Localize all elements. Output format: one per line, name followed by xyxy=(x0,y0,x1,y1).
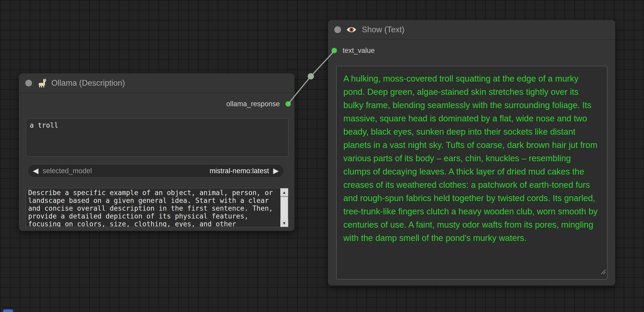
resize-grip-icon[interactable] xyxy=(600,265,606,278)
collapse-toggle-dot[interactable] xyxy=(25,80,32,86)
system-prompt-textarea[interactable]: Describe a specific example of an object… xyxy=(26,188,288,227)
node-show-text[interactable]: Show (Text) text_value A hulking, moss-c… xyxy=(328,20,615,286)
node-title-bar[interactable]: Show (Text) xyxy=(328,20,615,40)
show-text-content: A hulking, moss-covered troll squatting … xyxy=(343,74,598,243)
input-slot-row: text_value xyxy=(328,45,615,56)
output-slot-row: ollama_response xyxy=(19,98,294,109)
selected-model-combo[interactable]: ◀ selected_model mistral-nemo:latest ▶ xyxy=(27,164,284,178)
output-slot-label: ollama_response xyxy=(226,100,280,108)
scroll-down-icon[interactable]: ▼ xyxy=(280,219,288,227)
show-text-output[interactable]: A hulking, moss-covered troll squatting … xyxy=(336,66,607,279)
node-ollama-description[interactable]: Ollama (Description) ollama_response a t… xyxy=(19,73,295,231)
node-title-bar[interactable]: Ollama (Description) xyxy=(19,73,294,93)
eye-icon xyxy=(346,26,357,34)
output-slot-dot[interactable] xyxy=(285,101,291,107)
combo-label: selected_model xyxy=(43,167,92,175)
collapse-toggle-dot[interactable] xyxy=(334,26,341,33)
combo-next-arrow-icon[interactable]: ▶ xyxy=(273,167,279,174)
combo-value: mistral-nemo:latest xyxy=(209,167,269,175)
node-title: Show (Text) xyxy=(362,25,405,34)
system-prompt-text[interactable]: Describe a specific example of an object… xyxy=(28,189,280,227)
input-slot-dot[interactable] xyxy=(331,48,337,53)
link-midpoint-dot xyxy=(308,73,314,79)
vertical-scrollbar[interactable]: ▲ ▼ xyxy=(280,188,288,227)
llama-icon xyxy=(37,78,47,88)
prompt-text-input[interactable]: a troll xyxy=(26,118,288,157)
combo-prev-arrow-icon[interactable]: ◀ xyxy=(33,167,39,174)
node-title: Ollama (Description) xyxy=(51,78,125,88)
input-slot-label: text_value xyxy=(343,47,375,55)
scroll-up-icon[interactable]: ▲ xyxy=(280,188,288,196)
comfyui-canvas[interactable]: { "canvas": { "bg_color": "#232323", "gr… xyxy=(0,0,644,312)
partial-node-sliver xyxy=(3,309,13,312)
